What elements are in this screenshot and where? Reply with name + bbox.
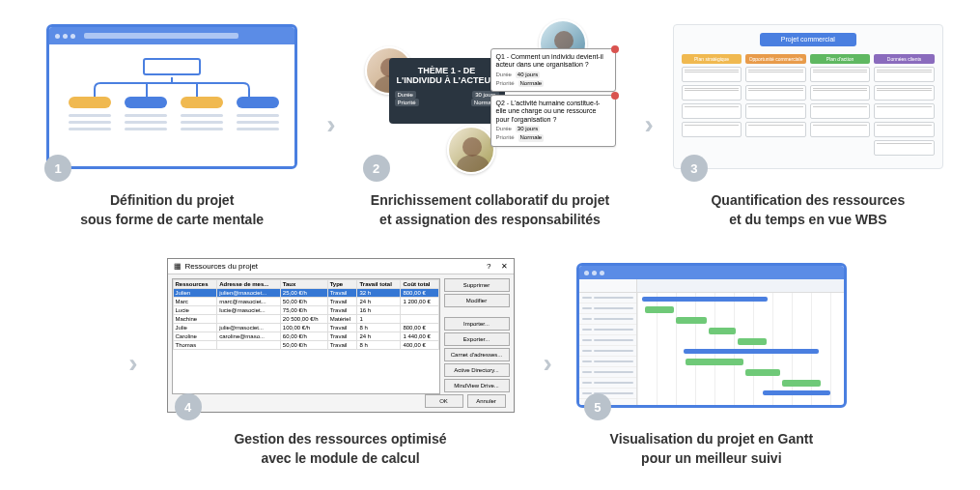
mindmap-browser-mockup [46,24,297,169]
table-row[interactable]: Thomas50,00 €/hTravail8 h400,00 € [173,341,438,350]
chevron-right-icon: › [326,109,335,140]
table-row[interactable]: Machine20 500,00 €/hMatériel1 [173,315,438,324]
step-1: 1 Définition du projet sous forme de car… [37,19,307,229]
mindmap-connectors [85,77,259,97]
mindmap-root-node [143,58,201,75]
help-icon: ? [487,262,490,271]
step-2-illustration: THÈME 1 - DE L'INDIVIDU À L'ACTEUR Durée… [355,19,626,174]
step-3: Projet commercial Plan stratégique Oppor… [673,19,943,229]
step-3-illustration: Projet commercial Plan stratégique Oppor… [673,19,943,174]
chevron-right-icon: › [128,348,137,379]
row-2: › ▦ Ressources du projet ? ✕ RessourcesA… [39,258,941,468]
step-3-caption: Quantification des ressources et du temp… [711,191,905,229]
dialog-button[interactable]: MindView Drive... [444,379,510,392]
dialog-side-buttons: SupprimerModifierImporter...Exporter...C… [444,278,510,394]
caption-line: Gestion des ressources optimisé [234,431,446,447]
dialog-button[interactable]: Importer... [444,317,510,331]
wbs-view: Projet commercial Plan stratégique Oppor… [673,24,943,169]
table-header: Ressources [173,280,217,289]
question-text: Q2 - L'activité humaine constitue-t-elle… [496,100,610,124]
caption-line: Visualisation du projet en Gantt [610,431,814,447]
gantt-chart-area [637,279,844,408]
caption-line: et du temps en vue WBS [729,212,886,227]
table-header: Type [327,280,357,289]
caption-line: sous forme de carte mentale [80,212,264,227]
notification-dot-icon [611,92,619,100]
cancel-button[interactable]: Annuler [467,394,506,408]
table-row[interactable]: Carolinecaroline@maso...60,00 €/hTravail… [173,332,438,341]
question-card-1: Q1 - Comment un individu devient-il acte… [490,48,616,92]
step-1-caption: Définition du projet sous forme de carte… [80,191,264,229]
step-2-badge: 2 [363,155,390,182]
gantt-browser-mockup [576,263,847,408]
caption-line: pour un meilleur suivi [641,450,781,466]
caption-line: Enrichissement collaboratif du projet [371,192,609,208]
table-header: Adresse de mes... [217,280,281,289]
wbs-root: Projet commercial [760,33,856,46]
dialog-titlebar: ▦ Ressources du projet ? ✕ [168,259,514,274]
theme-card: THÈME 1 - DE L'INDIVIDU À L'ACTEUR Durée… [389,58,505,124]
step-5-caption: Visualisation du projet en Gantt pour un… [610,430,814,468]
dialog-button[interactable]: Supprimer [444,278,510,292]
step-4-illustration: ▦ Ressources du projet ? ✕ RessourcesAdr… [167,258,515,413]
resources-dialog: ▦ Ressources du projet ? ✕ RessourcesAdr… [167,258,515,413]
dialog-button[interactable]: Active Directory... [444,363,510,377]
step-4-badge: 4 [175,393,202,420]
step-4: ▦ Ressources du projet ? ✕ RessourcesAdr… [157,258,524,468]
step-3-badge: 3 [681,155,708,182]
dialog-button[interactable]: Carnet d'adresses... [444,348,510,361]
theme-title: THÈME 1 - DE L'INDIVIDU À L'ACTEUR [395,66,499,85]
resources-table: RessourcesAdresse de mes...TauxTypeTrava… [172,278,440,394]
table-row[interactable]: Marcmarc@masociet...50,00 €/hTravail24 h… [173,298,438,306]
caption-line: Définition du projet [110,192,234,208]
ok-button[interactable]: OK [425,394,463,408]
question-card-2: Q2 - L'activité humaine constitue-t-elle… [490,95,616,147]
table-row[interactable]: Juliejulie@masociet...100,00 €/hTravail8… [173,324,438,332]
table-row[interactable]: Julienjulien@masociet...25,00 €/hTravail… [173,289,438,298]
chevron-right-icon: › [645,109,654,140]
step-4-caption: Gestion des ressources optimisé avec le … [234,430,446,468]
step-1-badge: 1 [44,155,71,182]
step-2-caption: Enrichissement collaboratif du projet et… [371,191,609,229]
dialog-title: Ressources du projet [185,262,259,271]
table-header: Travail total [357,280,401,289]
step-5-badge: 5 [584,393,611,420]
question-text: Q1 - Comment un individu devient-il acte… [496,53,610,70]
avatar [447,126,495,174]
dialog-icon: ▦ [174,262,182,271]
step-5-illustration: 5 [576,258,847,413]
caption-line: avec le module de calcul [261,450,419,466]
close-icon: ✕ [501,262,508,271]
row-1: 1 Définition du projet sous forme de car… [39,19,941,229]
chevron-right-icon: › [544,348,552,379]
step-5: 5 Visualisation du projet en Gantt pour … [572,258,852,468]
table-row[interactable]: Lucielucie@masociet...75,00 €/hTravail16… [173,306,438,315]
step-1-illustration: 1 [37,19,307,174]
table-header: Taux [280,280,327,289]
workflow-diagram: 1 Définition du projet sous forme de car… [39,19,941,468]
caption-line: et assignation des responsabilités [379,212,601,227]
caption-line: Quantification des ressources [711,192,905,208]
step-2: THÈME 1 - DE L'INDIVIDU À L'ACTEUR Durée… [355,19,626,229]
table-header: Coût total [401,280,438,289]
dialog-button[interactable]: Modifier [444,294,510,307]
dialog-button[interactable]: Exporter... [444,332,510,346]
notification-dot-icon [611,45,619,53]
